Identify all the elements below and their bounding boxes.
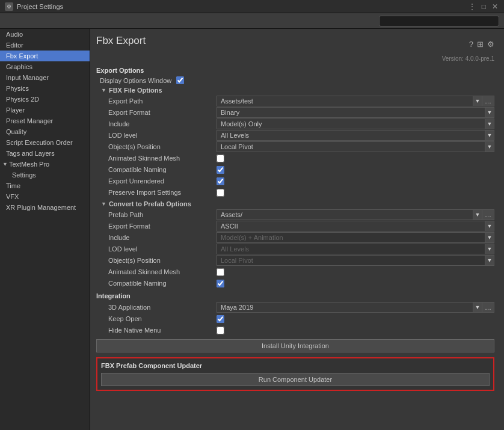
fbx-include-row: Include Model(s) Only ▼ [96, 118, 494, 129]
sidebar-item-audio[interactable]: Audio [0, 29, 90, 40]
title-bar-controls[interactable]: ⋮ □ ✕ [467, 2, 499, 11]
fbx-compatible-checkbox[interactable] [217, 166, 224, 174]
sidebar-item-xr-plugin[interactable]: XR Plugin Management [0, 202, 90, 213]
maximize-btn[interactable]: □ [481, 2, 487, 11]
prefab-position-row: Object(s) Position Local Pivot ▼ [96, 255, 494, 266]
fbx-animated-value [217, 155, 494, 162]
fbx-unrendered-row: Export Unrendered [96, 176, 494, 186]
export-path-dropdown-row: Assets/test ▼ … [217, 96, 494, 106]
prefab-lod-arrow[interactable]: ▼ [485, 244, 494, 254]
prefab-lod-value: All Levels ▼ [217, 244, 494, 254]
fbx-lod-arrow[interactable]: ▼ [485, 130, 494, 141]
sidebar-item-time[interactable]: Time [0, 180, 90, 191]
prefab-compatible-row: Compatible Naming [96, 278, 494, 289]
fbx-position-dropdown[interactable]: Local Pivot [217, 141, 485, 152]
prefab-position-arrow[interactable]: ▼ [485, 255, 494, 266]
menu-btn[interactable]: ⋮ [467, 2, 477, 11]
app3d-dropdown[interactable]: Maya 2019 [217, 302, 473, 313]
convert-prefab-label: Convert to Prefab Options [109, 200, 191, 207]
export-options-header: Export Options [96, 67, 494, 74]
sidebar-item-editor[interactable]: Editor [0, 40, 90, 51]
prefab-include-value: Model(s) + Animation ▼ [217, 232, 494, 243]
sidebar-item-graphics[interactable]: Graphics [0, 61, 90, 72]
prefab-path-arrow[interactable]: ▼ [473, 209, 482, 220]
run-component-updater-btn[interactable]: Run Component Updater [101, 373, 490, 386]
fbx-position-arrow[interactable]: ▼ [485, 141, 494, 152]
fbx-export-format-row: Export Format Binary ▼ [96, 107, 494, 118]
sidebar-item-tags-layers[interactable]: Tags and Layers [0, 148, 90, 159]
prefab-compatible-value [217, 280, 494, 287]
fbx-export-format-dropdown-row: Binary ▼ [217, 107, 494, 118]
install-unity-btn[interactable]: Install Unity Integration [96, 339, 494, 352]
sidebar-item-input-manager[interactable]: Input Manager [0, 72, 90, 83]
fbx-compatible-label: Compatible Naming [96, 166, 217, 173]
fbx-lod-dropdown-row: All Levels ▼ [217, 130, 494, 141]
prefab-animated-checkbox[interactable] [217, 268, 224, 276]
app3d-arrow[interactable]: ▼ [473, 302, 482, 313]
app3d-dots-btn[interactable]: … [482, 302, 494, 313]
display-options-checkbox[interactable] [176, 76, 184, 84]
prefab-include-row: Include Model(s) + Animation ▼ [96, 232, 494, 243]
settings-icon[interactable]: ⚙ [487, 40, 494, 49]
search-input[interactable] [379, 16, 499, 26]
prefab-compatible-checkbox[interactable] [217, 280, 224, 287]
fbx-export-format-dropdown[interactable]: Binary [217, 107, 485, 118]
prefab-path-dots-btn[interactable]: … [482, 209, 494, 220]
keep-open-checkbox[interactable] [217, 315, 224, 323]
fbx-unrendered-checkbox[interactable] [217, 177, 224, 185]
prefab-animated-value [217, 268, 494, 276]
help-icon[interactable]: ? [469, 40, 473, 49]
fbx-animated-checkbox[interactable] [217, 155, 224, 162]
sidebar-item-textmesh-pro[interactable]: ▼ TextMesh Pro [0, 159, 90, 170]
prefab-include-arrow[interactable]: ▼ [485, 232, 494, 243]
app3d-row: 3D Application Maya 2019 ▼ … [96, 302, 494, 313]
fbx-include-arrow[interactable]: ▼ [485, 118, 494, 129]
sidebar-item-settings[interactable]: Settings [0, 170, 90, 180]
prefab-format-arrow[interactable]: ▼ [485, 221, 494, 232]
display-options-row: Display Options Window [96, 76, 494, 84]
export-path-dots-btn[interactable]: … [482, 96, 494, 106]
sidebar-item-player[interactable]: Player [0, 105, 90, 115]
fbx-include-value: Model(s) Only ▼ [217, 118, 494, 129]
version-label: Version: 4.0.0-pre.1 [96, 55, 494, 62]
prefab-include-dropdown-row: Model(s) + Animation ▼ [217, 232, 494, 243]
close-btn[interactable]: ✕ [491, 2, 499, 11]
fbx-lod-row: LOD level All Levels ▼ [96, 130, 494, 141]
content-header: Fbx Export ? ⊞ ⚙ [96, 35, 494, 53]
fbx-lod-dropdown[interactable]: All Levels [217, 130, 485, 141]
prefab-updater-section: FBX Prefab Component Updater Run Compone… [96, 357, 494, 391]
fbx-preserve-checkbox[interactable] [217, 189, 224, 197]
header-icons: ? ⊞ ⚙ [469, 40, 494, 49]
prefab-lod-label: LOD level [96, 245, 217, 253]
fbx-preserve-value [217, 189, 494, 197]
sidebar-item-preset-manager[interactable]: Preset Manager [0, 115, 90, 126]
export-path-arrow[interactable]: ▼ [473, 96, 482, 106]
prefab-lod-dropdown[interactable]: All Levels [217, 244, 485, 254]
sidebar-item-script-execution[interactable]: Script Execution Order [0, 137, 90, 148]
prefab-include-dropdown[interactable]: Model(s) + Animation [217, 232, 485, 243]
sidebar-item-vfx[interactable]: VFX [0, 191, 90, 202]
fbx-lod-label: LOD level [96, 132, 217, 139]
prefab-position-dropdown[interactable]: Local Pivot [217, 255, 485, 266]
sidebar-item-quality[interactable]: Quality [0, 126, 90, 137]
export-path-dropdown[interactable]: Assets/test [217, 96, 473, 106]
sidebar-item-fbx-export[interactable]: Fbx Export [0, 51, 90, 61]
integration-header: Integration [96, 292, 494, 299]
export-path-row: Export Path Assets/test ▼ … [96, 96, 494, 106]
fbx-export-format-arrow[interactable]: ▼ [485, 107, 494, 118]
sidebar-item-physics[interactable]: Physics [0, 83, 90, 94]
sidebar-item-physics-2d[interactable]: Physics 2D [0, 94, 90, 105]
prefab-position-label: Object(s) Position [96, 257, 217, 264]
fbx-include-dropdown[interactable]: Model(s) Only [217, 118, 485, 129]
prefab-collapse-icon[interactable]: ▼ [101, 201, 106, 207]
hide-native-menu-checkbox[interactable] [217, 327, 224, 334]
prefab-format-dropdown[interactable]: ASCII [217, 221, 485, 232]
prefab-path-dropdown[interactable]: Assets/ [217, 209, 473, 220]
app3d-dropdown-row: Maya 2019 ▼ … [217, 302, 494, 313]
fbx-unrendered-value [217, 177, 494, 185]
sidebar: Audio Editor Fbx Export Graphics Input M… [0, 29, 90, 430]
convert-prefab-header: ▼ Convert to Prefab Options [101, 200, 494, 207]
layout-icon[interactable]: ⊞ [477, 40, 484, 49]
prefab-animated-label: Animated Skinned Mesh [96, 268, 217, 275]
fbx-collapse-icon[interactable]: ▼ [101, 87, 106, 93]
